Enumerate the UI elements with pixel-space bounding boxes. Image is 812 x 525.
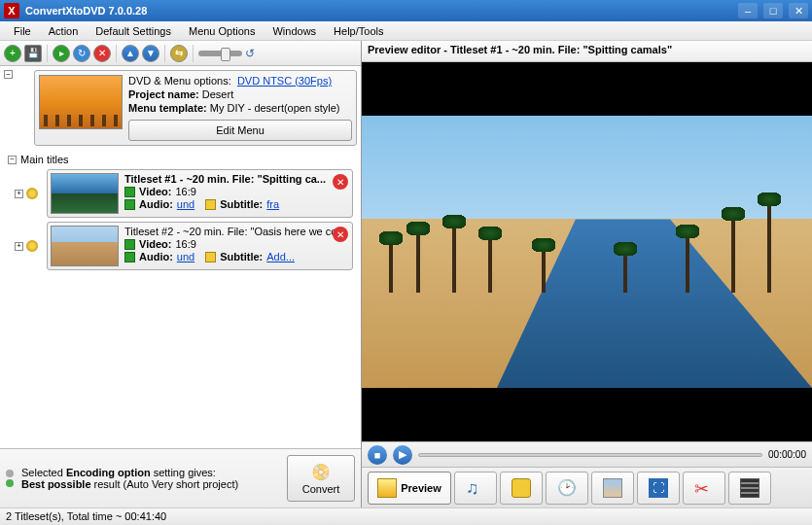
menu-windows[interactable]: Windows: [265, 23, 324, 39]
size-slider[interactable]: [198, 51, 242, 56]
delete-title1-button[interactable]: ✕: [333, 174, 348, 190]
player-controls: ■ ▶ 00:00:00: [362, 441, 812, 467]
tab-audio[interactable]: ♫: [454, 472, 497, 505]
video-value: 16:9: [175, 186, 195, 197]
save-button[interactable]: 💾: [24, 45, 42, 62]
stop-button[interactable]: ■: [368, 445, 387, 465]
play-button[interactable]: ▶: [393, 445, 412, 465]
expander-title1[interactable]: +: [15, 190, 23, 198]
close-button[interactable]: ✕: [789, 3, 808, 18]
add-button[interactable]: +: [4, 45, 21, 62]
refresh-button[interactable]: ↻: [73, 45, 90, 62]
preview-viewport: [362, 62, 812, 441]
gear-icon[interactable]: [26, 188, 38, 199]
expander-main-titles[interactable]: −: [8, 156, 17, 164]
delete-title2-button[interactable]: ✕: [333, 227, 348, 242]
tab-chapters[interactable]: 🕑: [546, 472, 588, 505]
gear-icon[interactable]: [26, 240, 38, 252]
subtitle-label: Subtitle:: [220, 198, 263, 210]
play-button[interactable]: ▸: [53, 45, 70, 62]
slider-reset[interactable]: ↺: [245, 47, 255, 60]
convert-button[interactable]: 📀 Convert: [287, 455, 355, 502]
enc-l1c: setting gives:: [151, 467, 216, 478]
maximize-button[interactable]: □: [763, 3, 783, 18]
subtitle-add-link[interactable]: Add...: [266, 251, 295, 262]
audio-label: Audio:: [139, 251, 173, 262]
menu-action[interactable]: Action: [41, 23, 87, 39]
separator: [47, 45, 48, 62]
status-dot-grey: [6, 470, 14, 477]
video-value: 16:9: [175, 238, 195, 250]
tab-preview-label: Preview: [401, 482, 441, 494]
editor-tabs: Preview ♫ 🕑 ⛶ ✂: [362, 467, 812, 508]
audio-link[interactable]: und: [177, 198, 194, 210]
expander-dvd[interactable]: −: [4, 70, 13, 79]
audio-label: Audio:: [139, 198, 173, 210]
tab-video[interactable]: [728, 472, 771, 505]
move-down-button[interactable]: ▼: [142, 45, 159, 62]
title2-header: Titleset #2 - ~20 min. File: "Oasis here…: [124, 226, 346, 237]
audio-link[interactable]: und: [177, 251, 194, 262]
menu-template-label: Menu template:: [128, 102, 207, 114]
audio-icon: [124, 252, 135, 262]
cut-icon: ✂: [694, 478, 714, 498]
move-up-button[interactable]: ▲: [122, 45, 139, 62]
separator: [193, 45, 194, 62]
subtitle-link[interactable]: fra: [266, 198, 279, 210]
dvd-options-box: DVD & Menu options: DVD NTSC (30Fps) Pro…: [34, 70, 357, 146]
statusbar: 2 Titleset(s), Total time ~ 00:41:40: [0, 508, 812, 525]
video-label: Video:: [139, 238, 171, 250]
convert-label: Convert: [302, 483, 340, 495]
tab-output[interactable]: ⛶: [637, 472, 680, 505]
menu-thumbnail: [39, 75, 123, 129]
audio-icon: [124, 199, 135, 210]
audio-icon: ♫: [466, 478, 485, 498]
title1-thumbnail: [51, 173, 119, 214]
separator: [164, 45, 165, 62]
tab-subtitle[interactable]: [500, 472, 543, 505]
menu-help-tools[interactable]: Help/Tools: [326, 23, 391, 39]
tab-preview[interactable]: Preview: [368, 472, 451, 505]
expander-title2[interactable]: +: [15, 242, 23, 251]
subtitle-label: Subtitle:: [220, 251, 263, 262]
enc-l1b: Encoding option: [66, 467, 151, 478]
subtitle-icon: [512, 478, 531, 498]
time-display: 00:00:00: [768, 449, 806, 460]
title2-thumbnail: [51, 226, 119, 266]
video-icon: [124, 239, 135, 250]
tab-cut[interactable]: ✂: [683, 472, 725, 505]
subtitle-icon: [205, 252, 216, 262]
separator: [116, 45, 117, 62]
enc-l2b: result (Auto Very short project): [91, 478, 239, 490]
seek-bar[interactable]: [418, 453, 762, 457]
menu-file[interactable]: File: [6, 23, 39, 39]
preview-title: Preview editor - Titleset #1 - ~20 min. …: [362, 41, 812, 62]
output-icon: ⛶: [649, 478, 668, 498]
preview-icon: [377, 478, 397, 498]
project-tree: − DVD & Menu options: DVD NTSC (30Fps) P…: [0, 66, 361, 448]
window-title: ConvertXtoDVD 7.0.0.28: [25, 5, 738, 17]
app-icon: X: [4, 3, 19, 18]
remove-button[interactable]: ✕: [93, 45, 111, 62]
merge-button[interactable]: ⇆: [170, 45, 188, 62]
tab-image[interactable]: [591, 472, 634, 505]
dvd-format-link[interactable]: DVD NTSC (30Fps): [237, 75, 332, 87]
encoding-status-bar: Selected Encoding option setting gives: …: [0, 448, 361, 508]
edit-menu-button[interactable]: Edit Menu: [128, 120, 352, 141]
main-titles-label: Main titles: [20, 154, 69, 165]
titleset-1[interactable]: + Titleset #1 - ~20 min. File: "Spitting…: [47, 169, 353, 218]
video-label: Video:: [139, 186, 171, 197]
status-dot-green: [6, 479, 14, 487]
chapters-icon: 🕑: [557, 478, 577, 498]
menu-default-settings[interactable]: Default Settings: [88, 23, 179, 39]
title1-header: Titleset #1 - ~20 min. File: "Spitting c…: [124, 173, 326, 185]
menu-template-value: My DIY - desert(open style): [210, 102, 340, 114]
menu-menu-options[interactable]: Menu Options: [181, 23, 263, 39]
image-icon: [603, 478, 622, 498]
titleset-2[interactable]: + Titleset #2 - ~20 min. File: "Oasis he…: [47, 222, 353, 270]
convert-icon: 📀: [311, 463, 331, 481]
preview-frame: [362, 116, 812, 388]
minimize-button[interactable]: –: [738, 3, 758, 18]
project-name-label: Project name:: [128, 88, 199, 100]
dvd-options-label: DVD & Menu options:: [128, 75, 231, 87]
